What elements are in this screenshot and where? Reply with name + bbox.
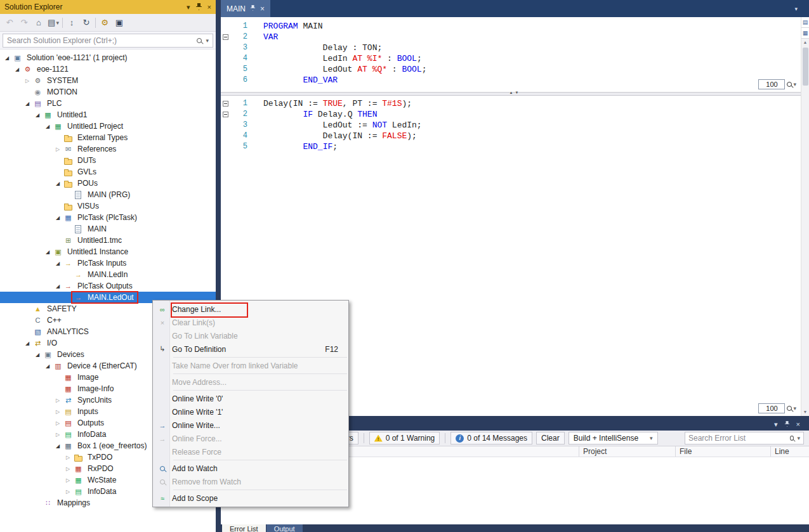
zoom-icon[interactable]: ▾ [787, 405, 796, 412]
menu-item-add-to-scope[interactable]: ≈Add to Scope [153, 491, 348, 505]
auto-hide-pin-icon[interactable] [784, 420, 790, 429]
collapse-arrow-icon[interactable]: ◢ [53, 215, 62, 221]
tree-item[interactable]: ◢▦Untitled1 [0, 109, 216, 120]
collapse-arrow-icon[interactable]: ◢ [53, 283, 62, 289]
code-text[interactable]: IF Delay.Q THEN [263, 109, 377, 120]
code-text[interactable]: LedOut AT %Q* : BOOL; [263, 64, 426, 75]
tree-item[interactable]: ◢▤PLC [0, 98, 216, 109]
code-text[interactable]: Delay : TON; [263, 42, 382, 53]
tree-item[interactable]: DUTs [0, 155, 216, 166]
search-icon[interactable] [790, 436, 794, 441]
editor-scroll-thumb[interactable] [803, 48, 808, 86]
close-icon[interactable]: × [207, 4, 211, 11]
code-text[interactable]: VAR [263, 32, 278, 42]
tree-item[interactable]: ◢▣Untitled1 Instance [0, 246, 216, 257]
menu-item-go-to-definition[interactable]: ↳Go To DefinitionF12 [153, 342, 348, 356]
tree-item[interactable]: ▷⚙SYSTEM [0, 75, 216, 86]
tree-item[interactable]: ◢▣Solution 'eoe-1121' (1 project) [0, 52, 216, 63]
pin-icon[interactable] [250, 4, 256, 13]
filter-dropdown[interactable]: Build + IntelliSense ▾ [569, 432, 658, 444]
code-text[interactable]: Delay(IN := FALSE); [263, 131, 417, 141]
expand-arrow-icon[interactable]: ▷ [53, 398, 62, 403]
menu-item-change-link[interactable]: ∞Change Link... [153, 302, 348, 316]
collapse-arrow-icon[interactable]: ◢ [33, 112, 42, 118]
fold-collapse-icon[interactable] [223, 101, 228, 107]
tree-item[interactable]: MAIN (PRG) [0, 189, 216, 200]
expand-arrow-icon[interactable]: ▷ [53, 409, 62, 415]
tree-item[interactable]: ◢▦Untitled1 Project [0, 120, 216, 132]
tree-item[interactable]: ◢▦PlcTask (PlcTask) [0, 212, 216, 223]
menu-item-add-to-watch[interactable]: Add to Watch [153, 462, 348, 475]
expand-arrow-icon[interactable]: ▷ [23, 78, 32, 84]
grid-icon[interactable]: ▦ [801, 28, 809, 39]
tab-list-chevron-icon[interactable]: ▾ [794, 6, 809, 12]
collapse-arrow-icon[interactable]: ◢ [23, 101, 32, 107]
expand-arrow-icon[interactable]: ▷ [63, 455, 72, 460]
navigate-forward-icon[interactable]: ↷ [17, 16, 31, 30]
sync-with-active-document-icon[interactable]: ↕ [65, 16, 79, 30]
code-text[interactable]: PROGRAM MAIN [263, 21, 323, 32]
tab-main[interactable]: MAIN × [221, 0, 270, 17]
zoom-level[interactable]: 100 [758, 403, 785, 413]
wrench-icon[interactable]: ⚙ [98, 16, 112, 30]
error-search-input[interactable] [688, 434, 787, 443]
navigate-backward-icon[interactable]: ↶ [3, 16, 16, 30]
switch-views-icon[interactable]: ▤▾ [46, 16, 60, 30]
tree-item[interactable]: ◉MOTION [0, 86, 216, 98]
tree-item[interactable]: External Types [0, 132, 216, 143]
tree-item[interactable]: VISUs [0, 200, 216, 212]
code-text[interactable]: LedIn AT %I* : BOOL; [263, 53, 422, 64]
declaration-editor[interactable]: 1PROGRAM MAIN2VAR3 Delay : TON;4 LedIn A… [221, 17, 809, 92]
column-header-project[interactable]: Project [579, 446, 676, 457]
chevron-down-icon[interactable]: ▾ [797, 435, 800, 441]
collapse-arrow-icon[interactable]: ◢ [23, 341, 32, 346]
splitter-arrows-icon[interactable]: ▲▼ [510, 91, 521, 94]
document-icon[interactable]: ▤ [801, 17, 809, 28]
tree-item[interactable]: →MAIN.LedIn [0, 269, 216, 280]
code-text[interactable]: LedOut := NOT LedIn; [263, 120, 422, 131]
expand-arrow-icon[interactable]: ▷ [63, 489, 72, 495]
collapse-arrow-icon[interactable]: ◢ [43, 363, 52, 369]
expand-arrow-icon[interactable]: ▷ [53, 432, 62, 438]
refresh-icon[interactable]: ↻ [79, 16, 93, 30]
code-text[interactable]: END_IF; [263, 141, 338, 152]
search-icon[interactable] [197, 38, 202, 43]
scroll-down-icon[interactable]: ▼ [801, 408, 809, 416]
collapse-arrow-icon[interactable]: ◢ [13, 67, 22, 72]
chevron-down-icon[interactable]: ▾ [206, 37, 209, 44]
scroll-up-icon[interactable]: ▲ [801, 39, 809, 46]
window-position-chevron-icon[interactable]: ▾ [187, 4, 190, 11]
tree-item[interactable]: ▷✉References [0, 143, 216, 155]
messages-filter-button[interactable]: i 0 of 14 Messages [451, 432, 532, 444]
tree-item[interactable]: ◢POUs [0, 178, 216, 189]
tree-item[interactable]: ◢⚙eoe-1121 [0, 63, 216, 75]
tab-error-list[interactable]: Error List [222, 524, 266, 532]
expand-arrow-icon[interactable]: ▷ [53, 146, 62, 152]
code-text[interactable]: Delay(IN := TRUE, PT := T#1S); [263, 98, 412, 109]
tree-item[interactable]: GVLs [0, 166, 216, 178]
editor-scrollbar[interactable]: ▤ ▦ ▲ ▼ [801, 17, 809, 416]
home-icon[interactable]: ⌂ [32, 16, 46, 30]
auto-hide-pin-icon[interactable] [196, 3, 202, 11]
expand-arrow-icon[interactable]: ▷ [53, 420, 62, 426]
tree-item[interactable]: ◢→PlcTask Outputs [0, 280, 216, 292]
collapse-arrow-icon[interactable]: ◢ [53, 181, 62, 186]
fold-collapse-icon[interactable] [223, 112, 228, 117]
close-icon[interactable]: × [260, 4, 265, 13]
window-position-chevron-icon[interactable]: ▾ [774, 421, 778, 428]
collapse-arrow-icon[interactable]: ◢ [53, 443, 62, 449]
zoom-icon[interactable]: ▾ [787, 81, 796, 88]
solution-explorer-titlebar[interactable]: Solution Explorer ▾ × [0, 0, 216, 14]
menu-item-online-write[interactable]: →Online Write... [153, 418, 348, 432]
tree-item[interactable]: MAIN [0, 223, 216, 235]
collapse-arrow-icon[interactable]: ◢ [43, 124, 52, 129]
tree-item[interactable]: ⊞Untitled1.tmc [0, 235, 216, 246]
preview-selected-items-icon[interactable]: ▣ [112, 16, 126, 30]
column-header-file[interactable]: File [676, 446, 771, 457]
collapse-arrow-icon[interactable]: ◢ [33, 352, 42, 358]
warnings-filter-button[interactable]: ! 0 of 1 Warning [369, 432, 440, 444]
expand-arrow-icon[interactable]: ▷ [63, 466, 72, 472]
column-header-line[interactable]: Line [771, 446, 809, 457]
collapse-arrow-icon[interactable]: ◢ [53, 261, 62, 266]
menu-item-online-write-1[interactable]: Online Write '1' [153, 405, 348, 418]
